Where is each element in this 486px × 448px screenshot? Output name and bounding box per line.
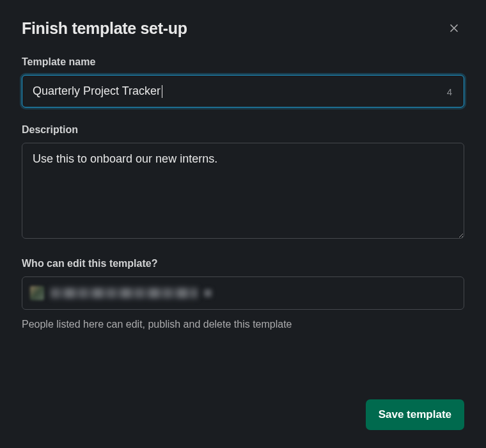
modal-footer: Save template — [22, 387, 464, 430]
save-template-button[interactable]: Save template — [366, 399, 464, 430]
description-textarea[interactable] — [22, 143, 464, 239]
char-count: 4 — [447, 86, 452, 97]
template-name-field: Template name Quarterly Project Tracker … — [22, 56, 464, 108]
editors-label: Who can edit this template? — [22, 258, 464, 269]
editor-avatar — [30, 286, 44, 300]
text-cursor — [162, 85, 162, 98]
editor-status-redacted — [204, 289, 212, 297]
template-name-input-wrapper: Quarterly Project Tracker 4 — [22, 75, 464, 108]
modal-title: Finish template set-up — [22, 19, 187, 38]
template-setup-modal: Finish template set-up Template name Qua… — [0, 0, 486, 448]
template-name-input[interactable]: Quarterly Project Tracker 4 — [22, 75, 464, 108]
editors-help-text: People listed here can edit, publish and… — [22, 319, 464, 330]
description-label: Description — [22, 124, 464, 136]
description-field: Description — [22, 124, 464, 241]
editors-field: Who can edit this template? People liste… — [22, 258, 464, 330]
template-name-label: Template name — [22, 56, 464, 68]
editors-input[interactable] — [22, 276, 464, 310]
editor-name-redacted — [51, 288, 198, 298]
close-button[interactable] — [444, 18, 464, 38]
template-name-value: Quarterly Project Tracker — [33, 84, 161, 98]
modal-header: Finish template set-up — [22, 18, 464, 38]
close-icon — [448, 22, 460, 35]
